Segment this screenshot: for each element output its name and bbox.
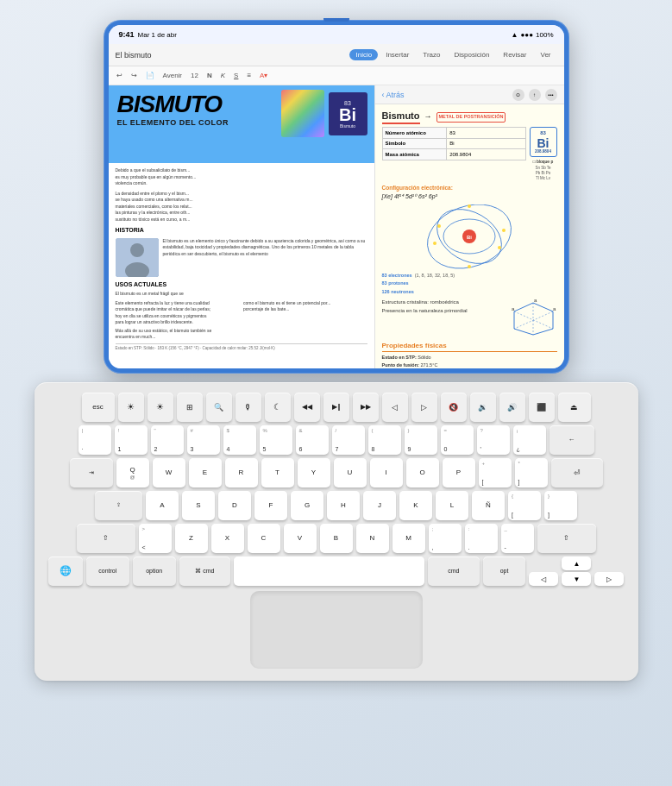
font-name[interactable]: Avenir <box>160 71 185 80</box>
q-key[interactable]: Q@ <box>116 458 149 487</box>
vol-up-key[interactable]: 🔊 <box>499 393 525 422</box>
tab-disposicion[interactable]: Disposición <box>448 49 495 60</box>
notes-back-btn[interactable]: ‹ Atrás <box>382 91 405 99</box>
w-key[interactable]: W <box>153 458 185 487</box>
brightness-down-key[interactable]: ☀ <box>118 393 144 422</box>
insert-btn[interactable]: 📄 <box>143 71 157 80</box>
umlaut-key[interactable]: }] <box>544 491 577 520</box>
z-key[interactable]: Z <box>175 524 208 553</box>
9-key[interactable]: )9 <box>405 425 437 455</box>
eject-key[interactable]: ⏏ <box>558 393 591 422</box>
space-key[interactable] <box>234 556 424 586</box>
a-key[interactable]: A <box>146 491 179 520</box>
dnd-key[interactable]: ☾ <box>265 393 291 422</box>
bold-btn[interactable]: N <box>204 71 215 80</box>
touchpad[interactable] <box>250 591 423 669</box>
t-key[interactable]: T <box>261 458 294 487</box>
undo-btn[interactable]: ↩ <box>114 71 125 80</box>
notes-icon-3[interactable]: ••• <box>545 89 557 101</box>
fastforward-key[interactable]: ▶▶ <box>353 393 379 422</box>
dictation-key[interactable]: 🎙 <box>236 393 261 422</box>
notes-icon-1[interactable]: ⊙ <box>512 89 524 101</box>
p-key[interactable]: P <box>443 458 475 487</box>
equal-key[interactable]: ¡¿ <box>513 425 546 455</box>
5-key[interactable]: %5 <box>260 425 292 455</box>
3-key[interactable]: #3 <box>187 425 220 455</box>
tab-revisar[interactable]: Revisar <box>497 49 532 60</box>
left-arrow-key[interactable]: ◁ <box>529 572 558 586</box>
bracket-close-key[interactable]: *] <box>515 458 548 487</box>
n-tilde-key[interactable]: Ñ <box>472 491 505 520</box>
italic-btn[interactable]: K <box>218 71 228 80</box>
mission-control-key[interactable]: ⊞ <box>177 393 203 422</box>
esc-key[interactable]: esc <box>82 393 115 422</box>
search-key[interactable]: 🔍 <box>206 393 232 422</box>
font-size[interactable]: 12 <box>188 71 201 80</box>
4-key[interactable]: $4 <box>223 425 256 455</box>
8-key[interactable]: (8 <box>368 425 401 455</box>
lt-gt-key[interactable]: >< <box>139 524 172 553</box>
y-key[interactable]: Y <box>298 458 330 487</box>
i-key[interactable]: I <box>370 458 403 487</box>
k-key[interactable]: K <box>399 491 432 520</box>
play-pause-key[interactable]: ▶‖ <box>323 393 349 422</box>
down-arrow-key[interactable]: ▼ <box>562 572 591 586</box>
m-key[interactable]: M <box>393 524 425 553</box>
minus-key[interactable]: ?' <box>477 425 510 455</box>
rewind-key[interactable]: ◀◀ <box>294 393 320 422</box>
7-key[interactable]: /7 <box>332 425 365 455</box>
backspace-key[interactable]: ← <box>550 425 594 455</box>
option-key[interactable]: option <box>133 556 176 586</box>
forward-key[interactable]: ▷ <box>411 393 437 422</box>
backtick-key[interactable]: |· <box>79 425 111 455</box>
1-key[interactable]: !1 <box>115 425 148 455</box>
s-key[interactable]: S <box>182 491 215 520</box>
d-key[interactable]: D <box>218 491 251 520</box>
enter-key[interactable]: ⏎ <box>551 458 603 487</box>
bracket-open-key[interactable]: +[ <box>479 458 512 487</box>
align-btn[interactable]: ≡ <box>244 71 254 80</box>
screen-off-key[interactable]: ⬛ <box>529 393 555 422</box>
o-key[interactable]: O <box>406 458 439 487</box>
vol-down-key[interactable]: 🔉 <box>470 393 496 422</box>
left-shift-key[interactable]: ⇧ <box>77 524 135 553</box>
g-key[interactable]: G <box>291 491 323 520</box>
j-key[interactable]: J <box>363 491 396 520</box>
tab-inicio[interactable]: Inicio <box>349 49 378 60</box>
tab-key[interactable]: ⇥ <box>70 458 113 487</box>
tab-trazo[interactable]: Trazo <box>417 49 446 60</box>
e-key[interactable]: E <box>189 458 222 487</box>
brightness-up-key[interactable]: ☀ <box>148 393 173 422</box>
globe-key[interactable]: 🌐 <box>48 556 83 586</box>
left-cmd-key[interactable]: ⌘ cmd <box>179 556 231 586</box>
f-key[interactable]: F <box>254 491 287 520</box>
color-btn[interactable]: A▾ <box>257 71 270 80</box>
l-key[interactable]: L <box>436 491 468 520</box>
redo-btn[interactable]: ↪ <box>129 71 140 80</box>
h-key[interactable]: H <box>327 491 360 520</box>
tab-ver[interactable]: Ver <box>534 49 556 60</box>
right-arrow-key[interactable]: ▷ <box>594 572 624 586</box>
2-key[interactable]: "2 <box>151 425 184 455</box>
6-key[interactable]: &6 <box>296 425 329 455</box>
r-key[interactable]: R <box>225 458 258 487</box>
mute-key[interactable]: 🔇 <box>441 393 467 422</box>
n-key[interactable]: N <box>356 524 389 553</box>
x-key[interactable]: X <box>211 524 244 553</box>
period-key[interactable]: :. <box>465 524 498 553</box>
acute-key[interactable]: {[ <box>508 491 541 520</box>
right-cmd-key[interactable]: cmd <box>428 556 480 586</box>
caps-lock-key[interactable]: ⇪ <box>95 491 142 520</box>
right-shift-key[interactable]: ⇧ <box>537 524 596 553</box>
u-key[interactable]: U <box>334 458 367 487</box>
v-key[interactable]: V <box>284 524 317 553</box>
up-arrow-key[interactable]: ▲ <box>562 556 591 570</box>
c-key[interactable]: C <box>248 524 280 553</box>
slash-key[interactable]: _- <box>501 524 534 553</box>
0-key[interactable]: =0 <box>441 425 474 455</box>
control-key[interactable]: control <box>86 556 129 586</box>
b-key[interactable]: B <box>320 524 353 553</box>
right-opt-key[interactable]: opt <box>483 556 526 586</box>
comma-key[interactable]: ;, <box>429 524 462 553</box>
back-key[interactable]: ◁ <box>382 393 408 422</box>
